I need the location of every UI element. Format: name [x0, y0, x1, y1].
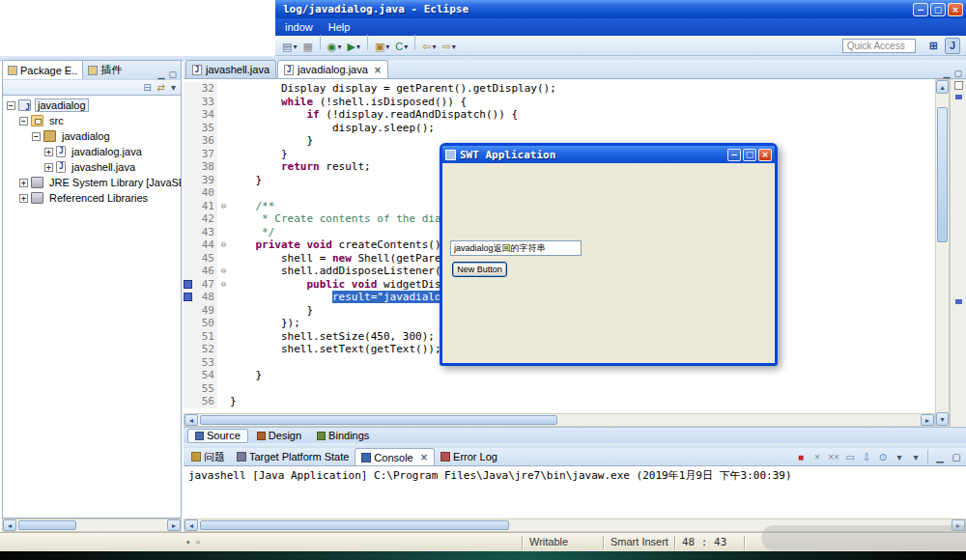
scroll-up-button[interactable]: ▴ [936, 80, 949, 94]
new-class-button[interactable]: C▾ [393, 38, 410, 55]
tree-item-Referenced Libraries[interactable]: +Referenced Libraries [3, 190, 181, 206]
minimize-view-button[interactable]: ▁ [944, 69, 951, 78]
console-output[interactable]: javashell [Java Application] C:\Program … [184, 466, 966, 518]
dialog-titlebar[interactable]: SWT Application − ▢ × [442, 146, 775, 163]
editor-tab-javadialog.java[interactable]: Jjavadialog.java× [277, 60, 388, 78]
scroll-left-button[interactable]: ◂ [185, 519, 198, 531]
scrollbar-track[interactable] [198, 414, 921, 426]
dropdown-arrow-icon[interactable]: ▾ [337, 42, 341, 51]
collapse-all-button[interactable]: ⊟ [141, 82, 153, 93]
dropdown-arrow-icon[interactable]: ▾ [356, 42, 360, 51]
scroll-right-button[interactable]: ▸ [921, 414, 934, 426]
dropdown-arrow-icon[interactable]: ▾ [293, 42, 297, 51]
pin-console-button[interactable]: ⊙ [875, 449, 891, 464]
maximize-window-button[interactable]: ▢ [930, 3, 946, 16]
maximize-dialog-button[interactable]: ▢ [743, 149, 756, 161]
java-perspective-button[interactable]: J [945, 38, 960, 54]
close-dialog-button[interactable]: × [758, 149, 772, 161]
forward-button[interactable]: ⇨▾ [440, 39, 458, 56]
window-titlebar[interactable]: log/javadialog.java - Eclipse − ▢ × [275, 0, 966, 18]
code-line-54[interactable]: 54 } [184, 369, 935, 382]
package-explorer-horizontal-scrollbar[interactable]: ◂ ▸ [2, 518, 182, 532]
quick-access-input[interactable]: Quick Access [842, 39, 916, 53]
expand-icon[interactable]: + [44, 148, 53, 156]
view-tab-Error Log[interactable]: Error Log [435, 448, 503, 465]
scrollbar-thumb[interactable] [937, 107, 948, 242]
tree-item-src[interactable]: −src [3, 113, 181, 128]
minimize-view-button[interactable]: ▁ [932, 449, 948, 464]
view-tab-Console[interactable]: Console× [355, 448, 435, 465]
close-window-button[interactable]: × [948, 3, 963, 16]
maximize-view-button[interactable]: ▢ [168, 70, 177, 79]
dropdown-arrow-icon[interactable]: ▾ [452, 42, 456, 51]
scroll-left-button[interactable]: ◂ [3, 519, 16, 531]
link-with-editor-button[interactable]: ⇄ [156, 82, 167, 93]
editor-horizontal-scrollbar[interactable]: ◂ ▸ [184, 413, 935, 427]
maximize-view-button[interactable]: ▢ [953, 69, 962, 78]
code-line-32[interactable]: 32 Display display = getParent().getDisp… [184, 82, 935, 96]
code-line-55[interactable]: 55 [184, 382, 935, 396]
collapse-icon[interactable]: − [7, 101, 15, 110]
remove-all-launches-button[interactable]: ×× [826, 449, 841, 464]
fold-collapse-icon[interactable]: ⊖ [217, 265, 230, 278]
annotation-marker[interactable] [955, 95, 962, 99]
tree-item-javadialog.java[interactable]: +javadialog.java [3, 144, 181, 159]
new-java-project-button[interactable]: ▣▾ [373, 39, 391, 56]
result-text-field[interactable] [450, 240, 582, 256]
tree-item-javadialog[interactable]: −javadialog [3, 98, 181, 113]
tree-item-javadialog[interactable]: −javadialog [3, 128, 181, 144]
remove-launch-button[interactable]: × [810, 449, 825, 464]
scrollbar-thumb[interactable] [200, 520, 509, 530]
scroll-down-button[interactable]: ▾ [936, 412, 949, 426]
scrollbar-thumb[interactable] [200, 415, 557, 425]
code-line-56[interactable]: 56} [184, 395, 935, 408]
menu-help[interactable]: Help [328, 21, 351, 33]
dropdown-arrow-icon[interactable]: ▾ [433, 42, 437, 51]
debug-button[interactable]: ◉▾ [326, 39, 344, 56]
tree-item-javashell.java[interactable]: +javashell.java [3, 159, 181, 175]
scrollbar-track[interactable] [936, 94, 949, 412]
scroll-right-button[interactable]: ▸ [167, 519, 181, 531]
console-view-menu-button[interactable]: ▾ [892, 449, 907, 464]
collapse-icon[interactable]: − [32, 132, 41, 141]
view-menu-button[interactable]: ▾ [169, 82, 178, 93]
view-tab-插件[interactable]: 插件 [83, 61, 127, 79]
tree-item-JRE System Library [JavaSE-1.[interactable]: +JRE System Library [JavaSE-1. [3, 175, 181, 190]
view-tab-问题[interactable]: 问题 [185, 448, 231, 465]
scrollbar-thumb[interactable] [18, 520, 76, 530]
expand-icon[interactable]: + [19, 179, 28, 187]
tab-bindings[interactable]: Bindings [310, 429, 376, 443]
expand-icon[interactable]: + [44, 163, 53, 172]
close-tab-icon[interactable]: × [374, 65, 382, 75]
editor-vertical-scrollbar[interactable]: ▴ ▾ [935, 79, 950, 427]
tab-design[interactable]: Design [250, 429, 308, 443]
close-tab-icon[interactable]: × [420, 452, 428, 462]
annotation-marker[interactable] [955, 299, 962, 304]
code-line-34[interactable]: 34 if (!display.readAndDispatch()) { [184, 108, 935, 122]
view-tab-Package E..[interactable]: Package E.. [3, 61, 83, 79]
fold-collapse-icon[interactable]: ⊖ [217, 278, 230, 292]
expand-icon[interactable]: + [19, 194, 28, 203]
code-line-35[interactable]: 35 display.sleep(); [184, 122, 935, 135]
maximize-view-button[interactable]: ▢ [949, 449, 964, 464]
scroll-left-button[interactable]: ◂ [185, 414, 198, 426]
view-tab-Target Platform State[interactable]: Target Platform State [231, 448, 355, 465]
terminate-button[interactable]: ■ [793, 449, 809, 464]
run-button[interactable]: ▶▾ [345, 39, 361, 56]
fold-collapse-icon[interactable]: ⊖ [217, 238, 230, 252]
new-wizard-button[interactable]: ▤▾ [280, 39, 298, 56]
dropdown-arrow-icon[interactable]: ▾ [404, 42, 408, 51]
tab-source[interactable]: Source [187, 429, 248, 443]
dropdown-arrow-icon[interactable]: ▾ [385, 42, 389, 51]
open-perspective-button[interactable]: ⊞ [925, 38, 942, 54]
minimize-dialog-button[interactable]: − [727, 149, 741, 161]
minimize-view-button[interactable]: ▁ [158, 70, 165, 79]
clear-console-button[interactable]: ▭ [842, 449, 858, 464]
menu-window[interactable]: indow [285, 21, 313, 33]
fold-collapse-icon[interactable]: ⊖ [217, 200, 230, 213]
collapse-icon[interactable]: − [19, 117, 28, 126]
save-button[interactable]: ▦ [300, 39, 314, 56]
new-button[interactable]: New Button [452, 262, 507, 277]
code-line-33[interactable]: 33 while (!shell.isDisposed()) { [184, 96, 935, 109]
scroll-lock-button[interactable]: ⇩ [859, 449, 874, 464]
